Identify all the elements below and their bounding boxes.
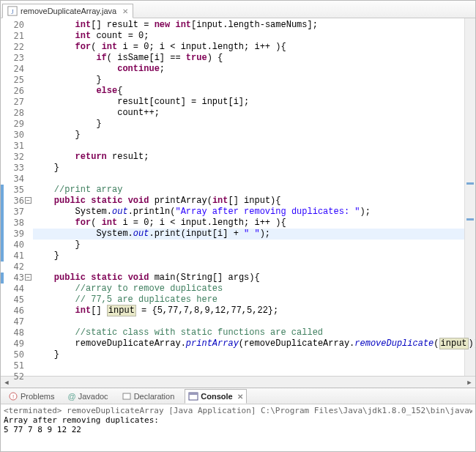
- line-number: 40: [8, 240, 24, 251]
- editor-tab-active[interactable]: J removeDuplicateArray.java ✕: [2, 4, 133, 18]
- code-line[interactable]: int[] result = new int[input.length-same…: [33, 20, 475, 31]
- tab-javadoc[interactable]: @ Javadoc: [64, 390, 111, 402]
- code-line[interactable]: System.out.print(input[i] + " ");: [33, 229, 475, 240]
- line-number: 23: [8, 53, 24, 64]
- line-number: 37: [8, 207, 24, 218]
- code-line[interactable]: [33, 371, 475, 376]
- annotation-ruler: [1, 18, 8, 376]
- svg-text:J: J: [11, 8, 14, 15]
- code-line[interactable]: [33, 262, 475, 273]
- horizontal-scrollbar[interactable]: ◄ ►: [1, 376, 475, 388]
- line-number: 34: [8, 174, 24, 185]
- line-number: 46: [8, 305, 24, 316]
- line-number: 52: [8, 371, 24, 382]
- code-line[interactable]: }: [33, 251, 475, 262]
- line-number: 44: [8, 284, 24, 294]
- line-number: 33: [8, 163, 24, 174]
- code-line[interactable]: public static void main(String[] args){: [33, 273, 475, 284]
- code-line[interactable]: }: [33, 163, 475, 174]
- code-line[interactable]: //static class with static functions are…: [33, 327, 475, 338]
- editor-tab-bar: J removeDuplicateArray.java ✕: [1, 1, 475, 18]
- code-line[interactable]: continue;: [33, 64, 475, 75]
- line-number: 28: [8, 108, 24, 119]
- code-line[interactable]: [33, 316, 475, 327]
- code-line[interactable]: for( int i = 0; i < input.length; i++ ){: [33, 218, 475, 229]
- code-line[interactable]: if( isSame[i] == true) {: [33, 53, 475, 64]
- console-line: Array after removing duplicates:: [4, 415, 472, 425]
- line-number: 51: [8, 360, 24, 371]
- code-line[interactable]: int count = 0;: [33, 31, 475, 42]
- line-number: 47: [8, 316, 24, 327]
- tab-javadoc-label: Javadoc: [78, 392, 108, 401]
- change-marker: [1, 185, 4, 262]
- code-line[interactable]: [33, 141, 475, 152]
- code-line[interactable]: int[] input = {5,77,7,8,9,12,77,5,22};: [33, 305, 475, 316]
- tab-declaration-label: Declaration: [134, 392, 175, 401]
- editor-tab-filename: removeDuplicateArray.java: [21, 7, 116, 15]
- vertical-scrollbar[interactable]: [464, 18, 475, 376]
- line-number: 45: [8, 294, 24, 305]
- line-number: 38: [8, 218, 24, 229]
- console-icon: [188, 391, 198, 401]
- code-line[interactable]: return result;: [33, 152, 475, 163]
- tab-declaration[interactable]: Declaration: [119, 390, 178, 403]
- line-number-gutter: 2021222324252627282930313233343536−37383…: [8, 18, 29, 376]
- line-number: 20: [8, 20, 24, 31]
- code-line[interactable]: [33, 360, 475, 371]
- tab-console[interactable]: Console ✕: [185, 389, 246, 404]
- code-line[interactable]: count++;: [33, 108, 475, 119]
- line-number: 24: [8, 64, 24, 75]
- tab-problems[interactable]: ! Problems: [5, 390, 57, 403]
- line-number: 43−: [8, 273, 24, 284]
- close-icon[interactable]: ✕: [237, 393, 243, 401]
- code-line[interactable]: [33, 174, 475, 185]
- line-number: 21: [8, 31, 24, 42]
- console-output[interactable]: <terminated> removeDuplicateArray [Java …: [1, 404, 475, 451]
- line-number: 27: [8, 97, 24, 108]
- svg-rect-4: [123, 393, 130, 399]
- code-line[interactable]: result[count] = input[i];: [33, 97, 475, 108]
- line-number: 49: [8, 338, 24, 349]
- code-line[interactable]: }: [33, 75, 475, 86]
- javadoc-icon: @: [67, 392, 75, 401]
- problems-icon: !: [8, 391, 18, 401]
- code-line[interactable]: }: [33, 240, 475, 251]
- declaration-icon: [122, 391, 132, 401]
- line-number: 42: [8, 262, 24, 273]
- close-icon[interactable]: ✕: [122, 7, 128, 15]
- code-line[interactable]: for( int i = 0; i < input.length; i++ ){: [33, 42, 475, 53]
- svg-rect-6: [189, 393, 198, 395]
- svg-text:!: !: [12, 393, 14, 400]
- code-area[interactable]: int[] result = new int[input.length-same…: [29, 18, 475, 376]
- code-line[interactable]: }: [33, 119, 475, 130]
- line-number: 25: [8, 75, 24, 86]
- code-line[interactable]: removeDuplicateArray.printArray(removeDu…: [33, 338, 475, 349]
- line-number: 22: [8, 42, 24, 53]
- tab-console-label: Console: [201, 392, 232, 401]
- console-line: 5 77 7 8 9 12 22: [4, 425, 472, 434]
- line-number: 32: [8, 152, 24, 163]
- code-line[interactable]: //array to remove duplicates: [33, 284, 475, 294]
- scroll-right-icon[interactable]: ►: [464, 377, 475, 388]
- console-process-header: <terminated> removeDuplicateArray [Java …: [4, 406, 472, 415]
- line-number: 31: [8, 141, 24, 152]
- code-line[interactable]: else{: [33, 86, 475, 97]
- line-number: 48: [8, 327, 24, 338]
- line-number: 26: [8, 86, 24, 97]
- view-tab-bar: ! Problems @ Javadoc Declaration Console…: [1, 388, 475, 404]
- code-line[interactable]: }: [33, 130, 475, 141]
- code-line[interactable]: //print array: [33, 185, 475, 196]
- line-number: 29: [8, 119, 24, 130]
- line-number: 41: [8, 251, 24, 262]
- code-editor[interactable]: 2021222324252627282930313233343536−37383…: [1, 18, 475, 376]
- code-line[interactable]: // 77,5 are duplicates here: [33, 294, 475, 305]
- line-number: 39: [8, 229, 24, 240]
- line-number: 30: [8, 130, 24, 141]
- code-line[interactable]: System.out.println("Array after removing…: [33, 207, 475, 218]
- code-line[interactable]: }: [33, 349, 475, 360]
- change-marker: [1, 273, 4, 284]
- line-number: 36−: [8, 196, 24, 207]
- line-number: 35: [8, 185, 24, 196]
- code-line[interactable]: public static void printArray(int[] inpu…: [33, 196, 475, 207]
- line-number: 50: [8, 349, 24, 360]
